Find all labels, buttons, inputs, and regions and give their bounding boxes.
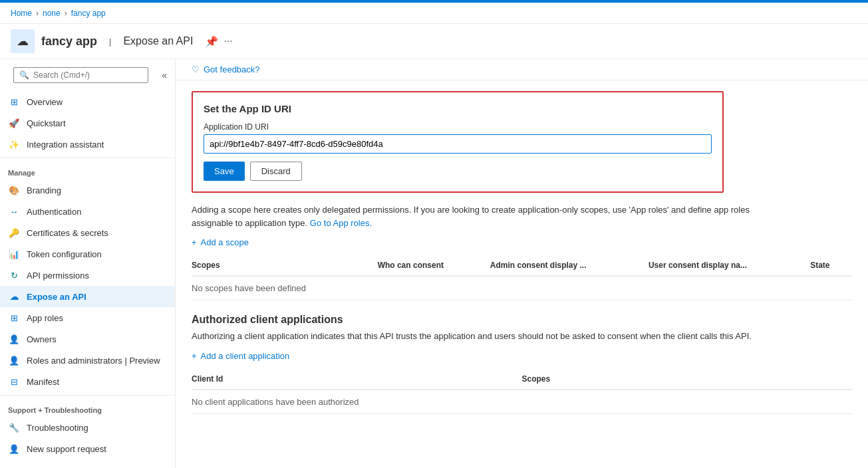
- scopes-info-text: Adding a scope here creates only delegat…: [192, 205, 750, 228]
- sidebar-item-label: Authentication: [27, 207, 81, 217]
- expose-api-icon: ☁: [8, 291, 20, 302]
- overview-icon: ⊞: [8, 96, 20, 108]
- breadcrumb-app[interactable]: fancy app: [71, 9, 106, 18]
- add-scope-link[interactable]: + Add a scope: [192, 237, 852, 247]
- new-support-icon: 👤: [8, 443, 20, 455]
- app-header: ☁ fancy app | Expose an API 📌 ···: [0, 24, 868, 59]
- app-name: fancy app: [41, 35, 97, 49]
- add-scope-icon: +: [192, 237, 197, 247]
- sidebar-item-label: Overview: [27, 97, 63, 107]
- sidebar-item-owners[interactable]: 👤 Owners: [0, 328, 175, 350]
- uri-box-title: Set the App ID URI: [204, 103, 712, 114]
- sidebar-item-token[interactable]: 📊 Token configuration: [0, 243, 175, 265]
- quickstart-icon: 🚀: [8, 117, 20, 129]
- sidebar-item-integration[interactable]: ✨ Integration assistant: [0, 134, 175, 155]
- add-client-label: Add a client application: [201, 351, 290, 361]
- sidebar-item-label: App roles: [27, 313, 63, 323]
- col-scopes: Scopes: [192, 255, 378, 276]
- more-icon[interactable]: ···: [223, 35, 232, 48]
- authorized-section-desc: Authorizing a client application indicat…: [192, 330, 790, 343]
- breadcrumb-sep-1: ›: [36, 9, 39, 18]
- clients-table-head: Client Id Scopes: [192, 369, 852, 390]
- uri-label: Application ID URI: [204, 122, 712, 132]
- add-client-icon: +: [192, 351, 197, 361]
- uri-input[interactable]: [204, 134, 712, 154]
- integration-icon: ✨: [8, 138, 20, 150]
- col-admin-consent: Admin consent display ...: [490, 255, 649, 276]
- title-separator: |: [109, 37, 111, 47]
- scopes-info: Adding a scope here creates only delegat…: [192, 203, 790, 229]
- sidebar-item-api-permissions[interactable]: ↻ API permissions: [0, 265, 175, 286]
- collapse-button[interactable]: «: [159, 67, 170, 83]
- scopes-empty-row: No scopes have been defined: [192, 276, 852, 300]
- header-actions: 📌 ···: [205, 35, 232, 48]
- app-roles-link[interactable]: Go to App roles.: [310, 218, 372, 228]
- sidebar-item-quickstart[interactable]: 🚀 Quickstart: [0, 112, 175, 134]
- clients-table-body: No client applications have been authori…: [192, 390, 852, 414]
- pin-icon[interactable]: 📌: [205, 35, 218, 48]
- breadcrumb-home[interactable]: Home: [11, 9, 32, 18]
- discard-button[interactable]: Discard: [250, 162, 302, 181]
- heart-icon: ♡: [192, 64, 200, 74]
- search-input[interactable]: [33, 70, 142, 80]
- add-scope-label: Add a scope: [201, 237, 249, 247]
- sidebar-item-certificates[interactable]: 🔑 Certificates & secrets: [0, 222, 175, 243]
- sidebar-item-label: Branding: [27, 185, 61, 195]
- sidebar-item-overview[interactable]: ⊞ Overview: [0, 91, 175, 112]
- scopes-empty-message: No scopes have been defined: [192, 276, 378, 300]
- roles-admin-icon: 👤: [8, 354, 20, 366]
- search-box[interactable]: 🔍: [13, 67, 148, 83]
- sidebar-item-label: Owners: [27, 334, 57, 344]
- main-content: ♡ Got feedback? Set the App ID URI Appli…: [176, 59, 868, 468]
- col-client-scopes: Scopes: [522, 369, 853, 390]
- col-client-id: Client Id: [192, 369, 522, 390]
- authorized-section-title: Authorized client applications: [192, 314, 852, 326]
- add-client-link[interactable]: + Add a client application: [192, 351, 852, 361]
- sidebar-item-manifest[interactable]: ⊟ Manifest: [0, 371, 175, 392]
- divider-1: [0, 158, 175, 158]
- search-icon: 🔍: [19, 70, 29, 80]
- sidebar-item-authentication[interactable]: ↔ Authentication: [0, 201, 175, 222]
- scopes-table: Scopes Who can consent Admin consent dis…: [192, 255, 852, 300]
- sidebar-item-label: Quickstart: [27, 118, 66, 128]
- scopes-table-body: No scopes have been defined: [192, 276, 852, 300]
- sidebar-item-label: Integration assistant: [27, 140, 104, 150]
- sidebar: 🔍 « ⊞ Overview 🚀 Quickstart ✨ Integratio…: [0, 59, 176, 468]
- api-permissions-icon: ↻: [8, 269, 20, 281]
- sidebar-item-expose-api[interactable]: ☁ Expose an API: [0, 286, 175, 307]
- scopes-table-head: Scopes Who can consent Admin consent dis…: [192, 255, 852, 276]
- main-layout: 🔍 « ⊞ Overview 🚀 Quickstart ✨ Integratio…: [0, 59, 868, 468]
- content-area: Set the App ID URI Application ID URI Sa…: [176, 80, 868, 425]
- sidebar-item-troubleshooting[interactable]: 🔧 Troubleshooting: [0, 417, 175, 438]
- col-user-consent: User consent display na...: [649, 255, 810, 276]
- app-icon: ☁: [11, 29, 35, 53]
- breadcrumb-sep-2: ›: [65, 9, 67, 18]
- page-heading: Expose an API: [123, 35, 193, 47]
- divider-2: [0, 395, 175, 396]
- clients-table: Client Id Scopes No client applications …: [192, 369, 852, 414]
- breadcrumb-none[interactable]: none: [43, 9, 61, 18]
- sidebar-item-label: New support request: [27, 444, 106, 454]
- support-section-label: Support + Troubleshooting: [0, 398, 175, 417]
- feedback-bar[interactable]: ♡ Got feedback?: [176, 59, 868, 80]
- clients-empty-message: No client applications have been authori…: [192, 390, 522, 414]
- uri-button-row: Save Discard: [204, 162, 712, 181]
- sidebar-item-branding[interactable]: 🎨 Branding: [0, 179, 175, 201]
- col-state: State: [810, 255, 852, 276]
- manifest-icon: ⊟: [8, 376, 20, 388]
- certificates-icon: 🔑: [8, 227, 20, 239]
- save-button[interactable]: Save: [204, 162, 245, 181]
- sidebar-item-label: Certificates & secrets: [27, 228, 108, 238]
- sidebar-item-new-support[interactable]: 👤 New support request: [0, 438, 175, 459]
- token-icon: 📊: [8, 248, 20, 260]
- branding-icon: 🎨: [8, 184, 20, 196]
- breadcrumb: Home › none › fancy app: [0, 3, 868, 24]
- owners-icon: 👤: [8, 333, 20, 345]
- sidebar-item-label: Manifest: [27, 377, 59, 387]
- sidebar-item-label: Troubleshooting: [27, 423, 88, 433]
- uri-box: Set the App ID URI Application ID URI Sa…: [192, 91, 724, 193]
- sidebar-item-label: Roles and administrators | Preview: [27, 356, 160, 366]
- sidebar-item-roles-admin[interactable]: 👤 Roles and administrators | Preview: [0, 350, 175, 371]
- feedback-text: Got feedback?: [204, 64, 260, 74]
- sidebar-item-app-roles[interactable]: ⊞ App roles: [0, 307, 175, 328]
